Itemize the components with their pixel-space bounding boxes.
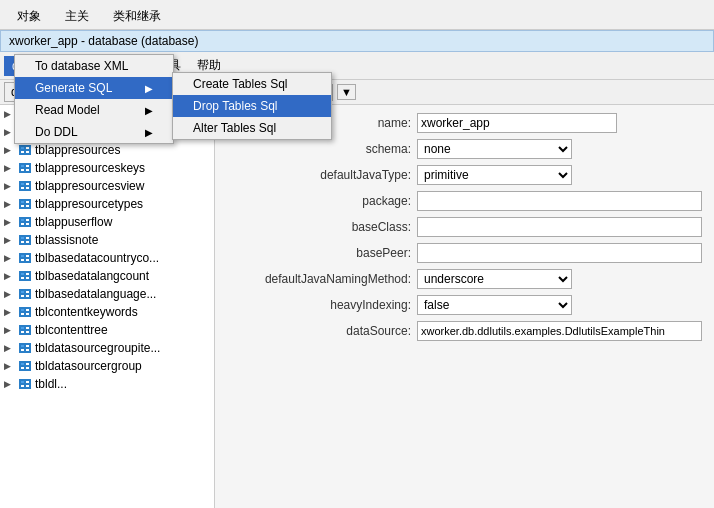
top-tabs: 对象 主关 类和继承 — [0, 0, 714, 30]
table-icon — [18, 233, 32, 247]
tree-item-label: tblassisnote — [35, 233, 98, 247]
form-label-baseclass: baseClass: — [227, 220, 417, 234]
form-label-namingmethod: defaultJavaNamingMethod: — [227, 272, 417, 286]
tree-arrow: ▶ — [4, 199, 16, 209]
form-row-name: name: — [227, 113, 702, 133]
tree-item-label: tblbasedatalanguage... — [35, 287, 156, 301]
database-dropdown-menu: To database XML Generate SQL ▶ Read Mode… — [14, 54, 174, 144]
form-select-heavyindexing[interactable]: false — [417, 295, 572, 315]
tree-item-label: tbldl... — [35, 377, 67, 391]
tree-item[interactable]: ▶ tbldatasourcegroupite... — [0, 339, 214, 357]
tree-item-label: tblbasedatacountryco... — [35, 251, 159, 265]
menu-item-label: Generate SQL — [35, 81, 112, 95]
submenu-arrow: ▶ — [145, 127, 153, 138]
tree-item-label: tbldatasourcegroupite... — [35, 341, 160, 355]
tree-arrow: ▶ — [4, 343, 16, 353]
tree-item-label: tblbasedatalangcount — [35, 269, 149, 283]
tree-item[interactable]: ▶ tblcontentkeywords — [0, 303, 214, 321]
tree-arrow: ▶ — [4, 145, 16, 155]
tree-arrow: ▶ — [4, 217, 16, 227]
form-label-defaultjavatype: defaultJavaType: — [227, 168, 417, 182]
tree-item-label: tblappresourcetypes — [35, 197, 143, 211]
window-title: xworker_app - database (database) — [0, 30, 714, 52]
table-icon — [18, 341, 32, 355]
table-icon — [18, 197, 32, 211]
table-icon — [18, 359, 32, 373]
right-panel: name: schema: none defaultJavaType: prim… — [215, 105, 714, 508]
tree-item-label: tblappuserflow — [35, 215, 112, 229]
table-icon — [18, 323, 32, 337]
menu-help[interactable]: 帮助 — [189, 54, 229, 77]
menu-item-label: To database XML — [35, 59, 128, 73]
tree-arrow: ▶ — [4, 271, 16, 281]
tab-object[interactable]: 对象 — [6, 4, 52, 29]
tab-class-inherit[interactable]: 类和继承 — [102, 4, 172, 29]
toolbar-btn-play[interactable]: ▶ — [317, 84, 333, 101]
toolbar-btn-x3[interactable]: ✕ — [203, 84, 220, 101]
tree-item-label: tblcontentkeywords — [35, 305, 138, 319]
tree-item[interactable]: ▶ tbldl... — [0, 375, 214, 393]
form-input-package[interactable] — [417, 191, 702, 211]
form-label-datasource: dataSource: — [227, 324, 417, 338]
tree-item[interactable]: ▶ tblassisnote — [0, 231, 214, 249]
tree-item[interactable]: ▶ tblbasedatalanguage... — [0, 285, 214, 303]
table-icon — [18, 215, 32, 229]
tree-arrow: ▶ — [4, 163, 16, 173]
form-select-namingmethod[interactable]: underscore — [417, 269, 572, 289]
table-icon — [18, 179, 32, 193]
tree-item[interactable]: ▶ tbldatasourcergroup — [0, 357, 214, 375]
form-label-schema: schema: — [227, 142, 417, 156]
menu-item-label: Read Model — [35, 103, 100, 117]
tree-item[interactable]: ▶ tblappuserflow — [0, 213, 214, 231]
submenu-arrow: ▶ — [145, 83, 153, 94]
form-select-schema[interactable]: none — [417, 139, 572, 159]
left-panel: ▶ tblailogicknowledgeba... ▶ tblailogics… — [0, 105, 215, 508]
form-input-name[interactable] — [417, 113, 617, 133]
tree-arrow: ▶ — [4, 235, 16, 245]
tree-arrow: ▶ — [4, 253, 16, 263]
tree-item[interactable]: ▶ tblbasedatacountryco... — [0, 249, 214, 267]
tree-arrow: ▶ — [4, 289, 16, 299]
form-input-datasource[interactable] — [417, 321, 702, 341]
table-icon — [18, 269, 32, 283]
tree-arrow: ▶ — [4, 361, 16, 371]
toolbar-separator-2 — [226, 83, 227, 101]
form-select-defaultjavatype[interactable]: primitive — [417, 165, 572, 185]
tree-item[interactable]: ▶ tblappresourceskeys — [0, 159, 214, 177]
tree-item[interactable]: ▶ tblappresourcetypes — [0, 195, 214, 213]
toolbar-btn-download[interactable]: ⬇ — [182, 84, 199, 101]
tree-item[interactable]: ▶ tblcontenttree — [0, 321, 214, 339]
table-icon — [18, 161, 32, 175]
tree-item[interactable]: ▶ tblbasedatalangcount — [0, 267, 214, 285]
toolbar-separator-1 — [175, 83, 176, 101]
tree-arrow: ▶ — [4, 325, 16, 335]
form-label-name: name: — [227, 116, 417, 130]
form-input-baseclass[interactable] — [417, 217, 702, 237]
form-row-package: package: — [227, 191, 702, 211]
table-icon — [18, 251, 32, 265]
table-icon — [18, 305, 32, 319]
tab-main[interactable]: 主关 — [54, 4, 100, 29]
menu-item-to-database-xml[interactable]: To database XML — [15, 55, 173, 77]
tree-arrow: ▶ — [4, 379, 16, 389]
menu-item-do-ddl[interactable]: Do DDL ▶ — [15, 121, 173, 143]
tree-item-label: tbldatasourcergroup — [35, 359, 142, 373]
menu-item-read-model[interactable]: Read Model ▶ — [15, 99, 173, 121]
toolbar-btn-down-arrow[interactable]: ▼ — [337, 84, 356, 100]
form-row-heavyindexing: heavyIndexing: false — [227, 295, 702, 315]
form-row-basepeer: basePeer: — [227, 243, 702, 263]
table-icon — [18, 377, 32, 391]
tree-item[interactable]: ▶ tblappresourcesview — [0, 177, 214, 195]
form-input-basepeer[interactable] — [417, 243, 702, 263]
form-label-package: package: — [227, 194, 417, 208]
menu-item-generate-sql[interactable]: Generate SQL ▶ — [15, 77, 173, 99]
tree-item-label: tblcontenttree — [35, 323, 108, 337]
form-row-namingmethod: defaultJavaNamingMethod: underscore — [227, 269, 702, 289]
toolbar-select-2[interactable] — [233, 82, 313, 102]
tree-item-label: tblappresources — [35, 143, 120, 157]
form-row-defaultjavatype: defaultJavaType: primitive — [227, 165, 702, 185]
table-icon — [18, 287, 32, 301]
tree-arrow: ▶ — [4, 307, 16, 317]
form-row-schema: schema: none — [227, 139, 702, 159]
tree-item-label: tblappresourcesview — [35, 179, 144, 193]
